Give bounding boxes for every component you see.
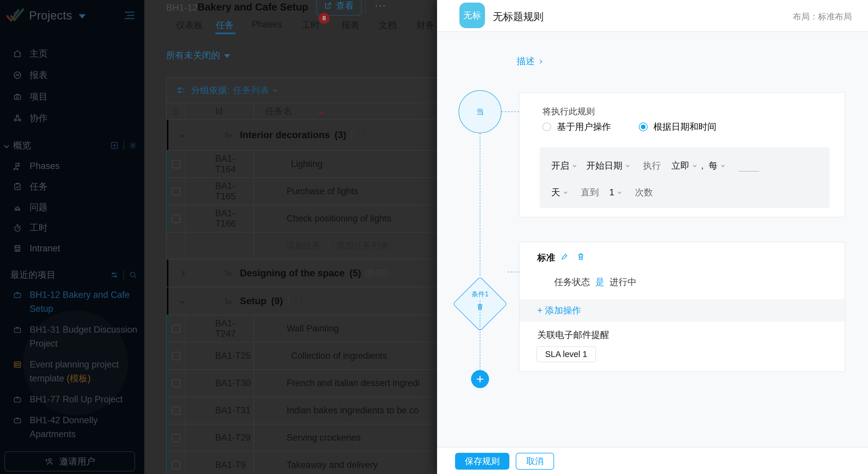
sla-chip[interactable]: SLA level 1 — [536, 346, 596, 362]
radio-date-time-label[interactable]: 根据日期和时间 — [653, 121, 716, 133]
schedule-interval-input[interactable] — [738, 160, 759, 171]
recent-project-budget[interactable]: BH1-31 Budget Discussion Project — [0, 323, 144, 351]
schedule-times-dropdown[interactable]: 1 — [609, 187, 621, 198]
tab-tasks[interactable]: 任务 — [216, 19, 234, 31]
sort-az-icon[interactable]: AZ — [294, 297, 303, 305]
sidebar-item-collaboration[interactable]: 协作 — [0, 107, 144, 129]
radio-user-action-label[interactable]: 基于用户操作 — [557, 121, 611, 133]
group-expand-icon[interactable] — [180, 271, 185, 276]
add-action-link[interactable]: + 添加操作 — [537, 305, 581, 317]
radio-user-action[interactable] — [542, 123, 551, 131]
task-name[interactable]: Check positioning of lights — [287, 213, 391, 224]
group-by-dropdown[interactable]: 分组依据: 任务列表 — [167, 78, 437, 103]
expand-subtasks-icon[interactable] — [275, 160, 283, 168]
task-name[interactable]: Takeaway and delivery — [287, 460, 378, 470]
add-view-icon[interactable] — [110, 141, 119, 150]
schedule-unit-dropdown[interactable]: 天 — [551, 186, 567, 198]
task-checkbox[interactable] — [172, 160, 180, 168]
task-checkbox[interactable] — [172, 406, 180, 415]
sidebar-item-intranet[interactable]: Intranet — [0, 238, 144, 259]
group-name[interactable]: Designing of the space — [240, 267, 345, 279]
recent-project-donnelly[interactable]: BH1-42 Donnelly Apartments — [0, 413, 144, 441]
sort-az-icon[interactable]: AZ — [357, 131, 366, 139]
when-node[interactable]: 当 — [459, 90, 501, 133]
task-group-row: Interior decorations (3) AZ — [167, 120, 437, 151]
briefcase-icon — [13, 290, 22, 299]
task-checkbox[interactable] — [172, 324, 180, 333]
task-id: BA1-T247 — [186, 315, 254, 342]
project-code: BH1-12 — [166, 2, 198, 13]
group-name[interactable]: Setup — [240, 295, 267, 307]
task-name[interactable]: Wall Painting — [287, 323, 339, 334]
task-name[interactable]: Indian bakes ingredients to be co — [287, 405, 419, 416]
recent-project-bakery[interactable]: BH1-12 Bakery and Cafe Setup — [0, 288, 144, 316]
active-tab-underline — [215, 32, 236, 34]
add-task-link[interactable]: 添加任务 — [286, 240, 321, 252]
schedule-times-label: 次数 — [635, 186, 653, 198]
main-content-dimmed: BH1-12 Bakery and Cafe Setup 查看 ⋯ 仪表板 任务… — [144, 0, 437, 474]
divider — [123, 141, 124, 150]
group-collapse-icon[interactable] — [180, 298, 185, 304]
group-collapse-icon[interactable] — [180, 132, 185, 137]
recent-project-event-template[interactable]: Event planning project template (模板) — [0, 357, 144, 385]
tab-dashboard[interactable]: 仪表板 — [176, 19, 203, 31]
brand-caret-icon[interactable] — [79, 14, 86, 19]
task-id: BA1-T25 — [186, 343, 254, 369]
section-label: 最近的项目 — [10, 269, 56, 281]
task-name[interactable]: Serving crockeries — [287, 433, 361, 443]
expand-subtasks-icon[interactable] — [275, 352, 283, 360]
radio-date-time[interactable] — [639, 123, 648, 131]
task-checkbox[interactable] — [172, 461, 180, 469]
task-name[interactable]: French and italian dessert ingredi — [287, 378, 420, 388]
search-icon[interactable] — [129, 271, 137, 279]
collapse-all-icon[interactable] — [175, 108, 178, 114]
schedule-every-dropdown[interactable]: 每 — [709, 160, 724, 172]
task-checkbox[interactable] — [172, 187, 180, 196]
schedule-start-date-dropdown[interactable]: 开始日期 — [586, 160, 629, 172]
task-checkbox[interactable] — [172, 352, 180, 360]
task-name[interactable]: Purchase of lights — [287, 186, 358, 196]
task-name[interactable]: Lighting — [291, 159, 322, 169]
recent-project-rollup[interactable]: BH1-77 Roll Up Project — [0, 392, 144, 406]
task-checkbox[interactable] — [172, 379, 180, 387]
connector-line — [480, 133, 480, 276]
schedule-immediately-dropdown[interactable]: 立即 — [672, 160, 696, 172]
sidebar-item-reports[interactable]: 报表 — [0, 64, 144, 86]
tab-finance[interactable]: 财务 — [416, 19, 434, 31]
add-task-list-link[interactable]: 添加任务列表 — [337, 240, 389, 252]
primary-nav: 主页 报表 项目 协作 — [0, 43, 144, 129]
edit-pencil-icon[interactable] — [560, 252, 569, 261]
sidebar-item-timesheet[interactable]: 工时 — [0, 217, 144, 238]
sidebar-item-issues[interactable]: 问题 — [0, 197, 144, 217]
task-filter-dropdown[interactable]: 所有未关闭的 — [166, 49, 230, 62]
sidebar-item-projects[interactable]: 项目 — [0, 86, 144, 107]
tab-timesheet[interactable]: 工时8 — [302, 19, 320, 31]
task-checkbox[interactable] — [172, 434, 180, 442]
sidebar-collapse-icon[interactable] — [125, 11, 134, 19]
view-button-label: 查看 — [336, 0, 354, 12]
task-name[interactable]: Collection of ingredients — [291, 351, 387, 361]
group-name[interactable]: Interior decorations — [240, 129, 330, 140]
add-task-row: 添加任务 添加任务列表 — [167, 232, 437, 259]
tab-phases[interactable]: Phases — [252, 19, 282, 30]
schedule-on-dropdown[interactable]: 开启 — [551, 160, 576, 172]
add-node-button[interactable] — [471, 370, 489, 388]
more-options-button[interactable]: ⋯ — [374, 0, 386, 12]
save-rule-button[interactable]: 保存规则 — [455, 453, 509, 470]
invite-user-button[interactable]: 邀请用户 — [4, 451, 135, 471]
tab-documents[interactable]: 文档 — [379, 19, 397, 31]
column-header-id[interactable]: Id — [186, 103, 254, 119]
description-link[interactable]: 描述 — [517, 55, 541, 67]
sidebar-item-tasks[interactable]: 任务 — [0, 176, 144, 197]
tab-reports[interactable]: 报表 — [342, 19, 360, 31]
recent-project-label: BH1-42 Donnelly Apartments — [30, 413, 138, 441]
sidebar-item-home[interactable]: 主页 — [0, 43, 144, 64]
column-header-name[interactable]: 任务名 — [254, 105, 437, 117]
filter-sliders-icon[interactable] — [110, 271, 119, 279]
cancel-button[interactable]: 取消 — [516, 453, 554, 470]
delete-criteria-icon[interactable] — [577, 252, 585, 261]
section-overview[interactable]: 概览 — [0, 137, 144, 154]
sidebar-item-phases[interactable]: Phases — [0, 156, 144, 176]
task-checkbox[interactable] — [172, 215, 180, 223]
gear-icon[interactable] — [129, 141, 137, 150]
